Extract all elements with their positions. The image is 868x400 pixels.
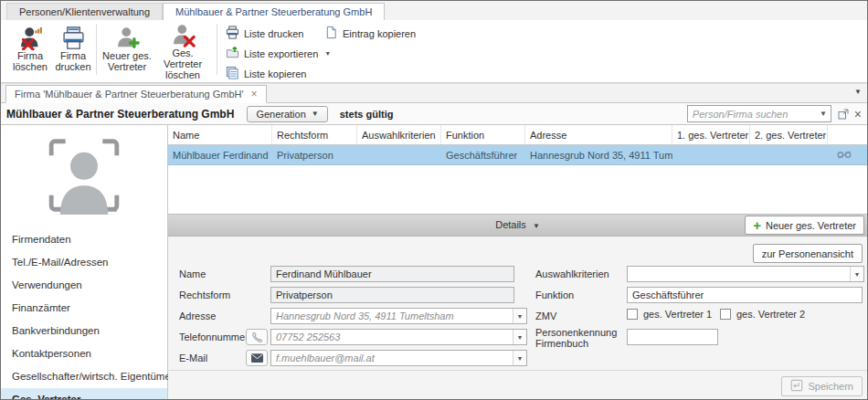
cell-auswahlkriterien: [357, 145, 441, 164]
chevron-down-icon[interactable]: ▼: [816, 110, 831, 118]
chevron-down-icon[interactable]: ▼: [513, 351, 526, 365]
email-combobox[interactable]: f.muehlbauer@mail.at ▼: [270, 350, 527, 366]
popout-icon[interactable]: [838, 109, 849, 120]
neuer-ges-vertreter-detail-label: Neuer ges. Vertreter: [766, 220, 856, 231]
personenkennung-field[interactable]: [627, 329, 718, 345]
print-company-icon: [61, 23, 86, 50]
firma-loeschen-button[interactable]: Firma löschen: [9, 23, 51, 79]
tab-muehlbauer-partner[interactable]: Mühlbauer & Partner Steuerberatung GmbH: [163, 3, 385, 20]
auswahlkriterien-combobox[interactable]: ▼: [627, 266, 864, 282]
delete-company-icon: [18, 23, 43, 50]
rechtsform-label: Rechtsform: [179, 289, 230, 300]
cell-rechtsform: Privatperson: [272, 145, 357, 164]
liste-drucken-button[interactable]: Liste drucken: [226, 26, 303, 41]
close-panel-icon[interactable]: ×: [854, 109, 862, 120]
sidebar-item-firmendaten[interactable]: Firmendaten: [1, 228, 167, 251]
chevron-down-icon[interactable]: ▼: [513, 330, 526, 344]
chevron-down-icon: ▼: [533, 222, 540, 230]
print-list-icon: [226, 26, 239, 41]
table-row[interactable]: Mühlbauer Ferdinand Privatperson Geschäf…: [168, 145, 867, 165]
sidebar-nav: Firmendaten Tel./E-Mail/Adressen Verwend…: [1, 228, 167, 400]
cell-name: Mühlbauer Ferdinand: [168, 145, 272, 164]
sidebar-item-finanzaemter[interactable]: Finanzämter: [1, 297, 167, 320]
chevron-down-icon[interactable]: ▼: [513, 309, 526, 323]
tab-personen-klientenverwaltung[interactable]: Personen/Klientenverwaltung: [6, 3, 163, 20]
neuer-ges-vertreter-button[interactable]: Neuer ges. Vertreter: [101, 23, 153, 79]
record-title: Mühlbauer & Partner Steuerberatung GmbH: [6, 108, 234, 121]
liste-kopieren-label: Liste kopieren: [244, 68, 307, 79]
sidebar-item-tel-email-adressen[interactable]: Tel./E-Mail/Adressen: [1, 251, 167, 274]
liste-exportieren-button[interactable]: Liste exportieren ▼: [226, 46, 331, 61]
firma-drucken-button[interactable]: Firma drucken: [52, 23, 94, 79]
mail-icon[interactable]: [246, 350, 268, 366]
ges-vertreter-1-checkbox-row: ges. Vertreter 1: [627, 309, 712, 320]
ribbon: Firma löschen Firma drucken: [1, 20, 867, 83]
search-input[interactable]: [688, 109, 816, 120]
eintrag-kopieren-label: Eintrag kopieren: [343, 28, 416, 39]
ges-vertreter-loeschen-button[interactable]: Ges. Vertreter löschen: [154, 23, 211, 79]
funktion-field[interactable]: Geschäftsführer: [627, 287, 863, 303]
funktion-label: Funktion: [535, 289, 574, 300]
cell-funktion: Geschäftsführer: [441, 145, 525, 164]
neuer-ges-vertreter-detail-button[interactable]: + Neuer ges. Vertreter: [745, 216, 864, 235]
document-tab-bar: Firma 'Mühlbauer & Partner Steuerberatun…: [1, 83, 867, 103]
telefonnummer-combobox[interactable]: 07752 252563 ▼: [270, 329, 527, 345]
cell-vertreter1: [672, 145, 750, 164]
eintrag-kopieren-button[interactable]: Eintrag kopieren: [324, 26, 416, 41]
telefonnummer-value: 07752 252563: [271, 332, 513, 342]
ges-vertreter-2-checkbox-row: ges. Vertreter 2: [720, 309, 805, 320]
column-header-vertreter1[interactable]: 1. ges. Vertreter Z...: [672, 125, 750, 144]
phone-icon[interactable]: [246, 329, 268, 345]
column-header-auswahlkriterien[interactable]: Auswahlkriterien: [357, 125, 441, 144]
copy-list-icon: [226, 66, 239, 81]
validity-label: stets gültig: [340, 109, 394, 120]
form-separator: [168, 370, 867, 371]
record-header: Mühlbauer & Partner Steuerberatung GmbH …: [1, 103, 867, 125]
sidebar-item-gesellschafter[interactable]: Gesellschafter/wirtsch. Eigentümer: [1, 365, 167, 388]
column-header-vertreter2[interactable]: 2. ges. Vertreter Z...: [750, 125, 828, 144]
ges-vertreter-2-label: ges. Vertreter 2: [736, 309, 805, 320]
generation-label: Generation: [256, 109, 305, 120]
sidebar-item-verwendungen[interactable]: Verwendungen: [1, 274, 167, 297]
generation-button[interactable]: Generation ▼: [247, 106, 327, 122]
close-tab-icon[interactable]: ×: [251, 89, 258, 99]
ribbon-tab-strip: Personen/Klientenverwaltung Mühlbauer & …: [1, 1, 867, 20]
auswahlkriterien-label: Auswahlkriterien: [535, 268, 609, 279]
delete-person-icon: [171, 23, 196, 47]
column-header-adresse[interactable]: Adresse: [525, 125, 672, 144]
zur-personenansicht-button[interactable]: zur Personenansicht: [753, 244, 863, 263]
column-header-name[interactable]: Name: [168, 125, 272, 144]
telefonnummer-label: Telefonnummer: [179, 332, 249, 342]
document-tab-firma[interactable]: Firma 'Mühlbauer & Partner Steuerberatun…: [5, 85, 267, 103]
sidebar-item-kontaktpersonen[interactable]: Kontaktpersonen: [1, 342, 167, 365]
email-value: f.muehlbauer@mail.at: [271, 353, 513, 363]
rechtsform-field[interactable]: Privatperson: [270, 287, 514, 303]
speichern-button[interactable]: Speichern: [781, 376, 863, 396]
sidebar-item-ges-vertreter[interactable]: Ges. Vertreter: [1, 388, 167, 400]
chevron-down-icon[interactable]: ▼: [850, 267, 863, 281]
ribbon-separator: [96, 24, 97, 75]
copy-entry-icon: [324, 26, 338, 41]
search-combo: ▼: [687, 105, 831, 122]
firma-loeschen-label: Firma löschen: [9, 50, 51, 72]
email-label: E-Mail: [179, 353, 207, 363]
chevron-down-icon: ▼: [324, 50, 331, 57]
tab-list-dropdown-icon[interactable]: ▼: [854, 88, 862, 96]
save-icon: [790, 379, 803, 394]
liste-drucken-label: Liste drucken: [244, 28, 303, 39]
liste-kopieren-button[interactable]: Liste kopieren: [226, 66, 307, 81]
sidebar-item-bankverbindungen[interactable]: Bankverbindungen: [1, 320, 167, 342]
firma-drucken-label: Firma drucken: [52, 50, 94, 72]
cell-adresse: Hannesgrub Nord 35, 4911 Tumelts...: [525, 145, 672, 164]
details-bar: Details ▼ + Neuer ges. Vertreter: [168, 214, 867, 237]
column-header-funktion[interactable]: Funktion: [441, 125, 525, 144]
ges-vertreter-1-checkbox[interactable]: [627, 309, 638, 320]
adresse-combobox[interactable]: Hannesgrub Nord 35, 4911 Tumeltsham ▼: [270, 308, 527, 324]
ges-vertreter-loeschen-label: Ges. Vertreter löschen: [154, 47, 211, 80]
plus-icon: +: [753, 221, 761, 230]
name-field[interactable]: Ferdinand Mühlbauer: [270, 266, 514, 282]
ges-vertreter-1-label: ges. Vertreter 1: [643, 309, 712, 320]
column-header-rechtsform[interactable]: Rechtsform: [272, 125, 357, 144]
unlimited-validity-icon: [828, 145, 867, 164]
ges-vertreter-2-checkbox[interactable]: [720, 309, 731, 320]
